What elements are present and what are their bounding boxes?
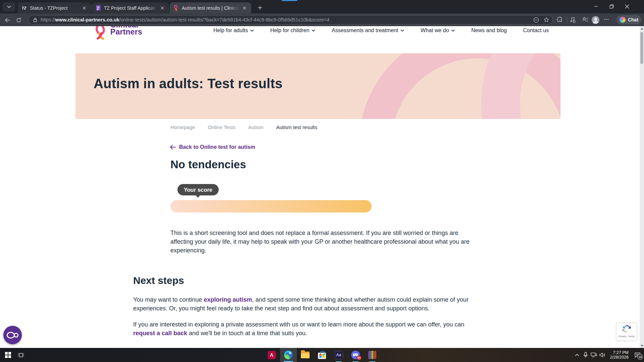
chevron-down-icon	[400, 29, 404, 32]
taskbar-file-explorer[interactable]	[297, 348, 314, 362]
media-control-icon[interactable]	[570, 17, 576, 23]
tab-search-button[interactable]	[3, 2, 15, 11]
copilot-chat-label: Chat	[628, 17, 638, 22]
nav-news-and-blog[interactable]: News and blog	[471, 27, 507, 34]
chevron-down-icon	[312, 29, 315, 32]
volume-icon[interactable]	[598, 348, 606, 362]
windows-logo-icon	[5, 352, 11, 358]
scrollbar-thumb[interactable]	[640, 32, 643, 64]
page-scrollbar[interactable]	[640, 26, 644, 348]
lock-icon[interactable]	[33, 17, 37, 22]
page-viewport: Clinical Partners Help for adults Help f…	[0, 26, 644, 348]
nav-contact-us[interactable]: Contact us	[523, 27, 549, 34]
tray-time: 7:27 PM	[608, 350, 629, 355]
start-button[interactable]	[2, 348, 14, 362]
person-icon	[592, 16, 599, 24]
breadcrumb: Homepage Online Tests Autism Autism test…	[170, 124, 317, 130]
browser-tab-strip: TZ Status - TZProject TZ Project Staff A…	[0, 0, 644, 13]
tray-date: 2/28/2026	[608, 355, 629, 360]
score-bar	[170, 200, 372, 213]
arrow-left-icon	[170, 145, 176, 149]
taskbar-game-app[interactable]: 9+	[347, 348, 364, 362]
settings-ellipsis-icon[interactable]	[604, 17, 609, 22]
game-controller-icon: 9+	[351, 351, 360, 359]
favorites-bar-icon[interactable]	[582, 17, 588, 22]
page-actions-icon[interactable]	[533, 17, 539, 23]
url-domain: www.clinical-partners.co.uk	[55, 17, 119, 22]
copilot-chat-button[interactable]: Chat	[616, 15, 641, 24]
scroll-up-arrow[interactable]	[640, 26, 644, 31]
after-effects-icon: Ae	[335, 351, 343, 359]
taskbar-edge[interactable]	[280, 348, 297, 362]
taskbar-winrar[interactable]	[364, 348, 381, 362]
request-call-back-link[interactable]: request a call back	[133, 330, 187, 337]
window-minimize-button[interactable]	[588, 0, 604, 13]
tab-title: Status - TZProject	[30, 5, 79, 11]
close-tab-icon[interactable]	[81, 5, 88, 11]
plus-icon	[258, 5, 262, 10]
microphone-icon[interactable]	[581, 348, 590, 362]
chevron-down-icon	[7, 6, 11, 8]
nav-help-for-children[interactable]: Help for children	[270, 27, 316, 34]
chevron-down-icon	[250, 29, 254, 32]
chat-logo-icon	[14, 333, 18, 338]
back-to-test-link[interactable]: Back to Online test for autism	[170, 144, 255, 150]
recaptcha-label: Privacy - Terms	[616, 335, 637, 338]
nav-assessments-and-treatment[interactable]: Assessments and treatment	[332, 27, 404, 34]
browser-tab-staff-application[interactable]: TZ Project Staff Application	[92, 2, 169, 13]
browser-tab-status-tzproject[interactable]: TZ Status - TZProject	[18, 2, 91, 13]
tz-favicon: TZ	[21, 5, 27, 11]
taskbar-adobe-app[interactable]: Λ	[263, 348, 280, 362]
notification-center-button[interactable]: 18	[631, 348, 644, 362]
taskbar-app-dock: Λ Ae 9+	[263, 348, 381, 362]
task-view-button[interactable]	[15, 348, 27, 362]
logo-line2: Partners	[110, 28, 142, 36]
clock[interactable]: 7:27 PM 2/28/2026	[608, 350, 629, 360]
extensions-puzzle-icon[interactable]	[557, 17, 562, 22]
tab-title: TZ Project Staff Application	[104, 5, 157, 11]
taskbar-after-effects[interactable]: Ae	[330, 348, 347, 362]
nav-help-for-adults[interactable]: Help for adults	[213, 27, 254, 34]
breadcrumb-homepage[interactable]: Homepage	[170, 124, 195, 130]
breadcrumb-autism[interactable]: Autism	[248, 124, 264, 130]
decorative-arc	[481, 53, 560, 119]
chevron-down-icon	[451, 29, 455, 32]
window-close-button[interactable]	[619, 0, 635, 13]
browser-tab-autism-results-active[interactable]: Autism test results | Clinical Partne	[170, 2, 251, 13]
exploring-autism-link[interactable]: exploring autism	[204, 296, 252, 303]
winrar-icon	[368, 351, 376, 359]
tray-chevron-up-icon[interactable]	[573, 348, 581, 362]
close-tab-icon[interactable]	[241, 5, 248, 11]
taskbar-microsoft-store[interactable]	[314, 348, 330, 362]
close-tab-icon[interactable]	[159, 5, 166, 11]
nav-what-we-do[interactable]: What we do	[421, 27, 455, 34]
tab-title: Autism test results | Clinical Partne	[182, 5, 239, 11]
system-tray: 7:27 PM 2/28/2026 18	[573, 348, 644, 362]
breadcrumb-current: Autism test results	[276, 124, 318, 130]
refresh-button[interactable]	[14, 15, 23, 24]
back-button[interactable]	[3, 15, 12, 24]
clinical-partners-favicon	[173, 5, 179, 11]
recaptcha-badge[interactable]: Privacy - Terms	[616, 323, 637, 341]
address-bar[interactable]: https://www.clinical-partners.co.uk/onli…	[28, 15, 553, 24]
add-favorite-star-icon[interactable]	[544, 17, 549, 22]
task-view-icon	[18, 352, 24, 358]
url-text: https://www.clinical-partners.co.uk/onli…	[41, 17, 529, 22]
breadcrumb-online-tests[interactable]: Online Tests	[208, 124, 235, 130]
store-icon	[318, 353, 326, 359]
window-restore-button[interactable]	[604, 0, 619, 13]
tab-separator	[91, 5, 92, 11]
clinical-partners-logo[interactable]: Clinical Partners	[95, 26, 142, 40]
your-score-tooltip: Your score	[177, 184, 219, 195]
toolbar-separator	[567, 17, 567, 22]
network-icon[interactable]	[590, 348, 598, 362]
profile-avatar[interactable]	[592, 16, 599, 24]
recaptcha-icon	[622, 324, 631, 333]
notification-count-badge: 9+	[357, 355, 362, 360]
site-navigation: Help for adults Help for children Assess…	[213, 27, 549, 34]
hero-banner: Autism in adults: Test results	[75, 53, 560, 119]
live-chat-button[interactable]	[3, 326, 22, 344]
scroll-down-arrow[interactable]	[640, 343, 644, 348]
result-heading: No tendencies	[170, 158, 246, 171]
new-tab-button[interactable]	[255, 3, 265, 12]
